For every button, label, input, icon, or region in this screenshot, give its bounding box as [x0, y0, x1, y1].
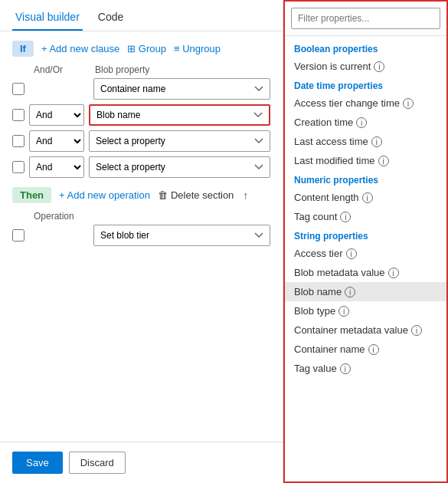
property-item-label: Blob metadata value: [294, 267, 385, 278]
clause-checkbox-1[interactable]: [12, 83, 25, 95]
blob-column-header: Blob property: [95, 64, 149, 75]
property-item[interactable]: Content lengthi: [285, 188, 446, 207]
property-item[interactable]: Version is currenti: [285, 57, 446, 76]
trash-icon: 🗑: [158, 189, 168, 201]
if-badge: If: [12, 41, 34, 57]
property-item[interactable]: Blob typei: [285, 301, 446, 320]
save-button[interactable]: Save: [12, 452, 63, 474]
andor-column-header: And/Or: [34, 64, 95, 75]
property-item-label: Access tier: [294, 248, 343, 259]
filter-properties-input[interactable]: [291, 8, 440, 29]
clause-checkbox-3[interactable]: [12, 135, 25, 147]
ungroup-button[interactable]: ≡ Ungroup: [174, 43, 221, 54]
property-item-label: Blob name: [294, 286, 342, 297]
clause-row: And Or Select a property: [12, 156, 270, 178]
operation-row: Set blob tier: [12, 225, 270, 246]
property-item[interactable]: Tag valuei: [285, 359, 446, 378]
tab-visual-builder[interactable]: Visual builder: [12, 6, 83, 31]
info-icon[interactable]: i: [374, 61, 384, 72]
info-icon[interactable]: i: [378, 156, 389, 166]
info-icon[interactable]: i: [368, 344, 379, 355]
discard-button[interactable]: Discard: [69, 452, 126, 474]
property-category: Numeric properties: [285, 170, 446, 188]
property-category: Date time properties: [285, 76, 446, 94]
property-item-label: Tag value: [294, 363, 337, 374]
andor-select-3[interactable]: And Or: [29, 130, 84, 152]
operation-column-header: Operation: [34, 211, 270, 222]
add-new-clause-button[interactable]: + Add new clause: [41, 43, 119, 54]
tab-code[interactable]: Code: [95, 6, 126, 31]
info-icon[interactable]: i: [362, 192, 373, 203]
operation-checkbox[interactable]: [12, 229, 25, 242]
group-button[interactable]: ⊞ Group: [127, 43, 166, 54]
property-item-label: Access tier change time: [294, 97, 400, 109]
clause-checkbox-4[interactable]: [12, 161, 25, 173]
info-icon[interactable]: i: [371, 136, 382, 147]
property-item[interactable]: Container metadata valuei: [285, 320, 446, 340]
info-icon[interactable]: i: [338, 306, 349, 317]
property-item[interactable]: Last modified timei: [285, 151, 446, 170]
section-divider: Then + Add new operation 🗑 Delete sectio…: [12, 187, 270, 246]
property-category: String properties: [285, 226, 446, 244]
property-item-label: Last modified time: [294, 155, 375, 166]
property-select-3[interactable]: Select a property: [89, 130, 270, 152]
property-category: Boolean properties: [285, 39, 446, 57]
operation-select[interactable]: Set blob tier: [93, 225, 270, 246]
property-item[interactable]: Container namei: [285, 340, 446, 359]
builder-content: If + Add new clause ⊞ Group ≡ Ungroup An…: [0, 31, 283, 442]
property-item[interactable]: Blob namei: [285, 282, 446, 301]
property-item[interactable]: Creation timei: [285, 113, 446, 132]
then-badge: Then: [12, 187, 51, 203]
property-item[interactable]: Access tier change timei: [285, 94, 446, 113]
operation-header-label: Operation: [34, 211, 74, 222]
properties-dropdown-panel: Boolean propertiesVersion is currentiDat…: [283, 0, 448, 483]
clause-row: And Or Blob name: [12, 104, 270, 126]
tabs-bar: Visual builder Code: [0, 0, 283, 31]
property-select-2[interactable]: Blob name: [89, 104, 270, 126]
clause-row: And Or Select a property: [12, 130, 270, 152]
property-select-4[interactable]: Select a property: [89, 156, 270, 178]
filter-input-wrap: [285, 2, 446, 36]
properties-list: Boolean propertiesVersion is currentiDat…: [285, 36, 446, 481]
clause-checkbox-2[interactable]: [12, 109, 25, 121]
property-item-label: Container name: [294, 343, 365, 355]
property-item-label: Last access time: [294, 136, 368, 147]
property-item-label: Container metadata value: [294, 324, 408, 336]
info-icon[interactable]: i: [340, 212, 351, 222]
up-arrow-icon: ↑: [243, 189, 248, 202]
property-item[interactable]: Blob metadata valuei: [285, 263, 446, 282]
property-item-label: Creation time: [294, 117, 353, 128]
clause-row: Container name: [12, 78, 270, 100]
if-section-header: If + Add new clause ⊞ Group ≡ Ungroup: [12, 41, 270, 57]
delete-section-button[interactable]: 🗑 Delete section: [158, 189, 234, 201]
property-select-1[interactable]: Container name: [93, 78, 270, 100]
property-item[interactable]: Last access timei: [285, 132, 446, 151]
then-section-header: Then + Add new operation 🗑 Delete sectio…: [12, 187, 270, 203]
main-panel: Visual builder Code If + Add new clause …: [0, 0, 283, 483]
info-icon[interactable]: i: [345, 287, 355, 297]
columns-header: And/Or Blob property: [12, 64, 270, 75]
property-item[interactable]: Access tieri: [285, 244, 446, 263]
info-icon[interactable]: i: [411, 325, 422, 336]
footer: Save Discard: [0, 442, 283, 483]
andor-select-4[interactable]: And Or: [29, 156, 84, 178]
add-new-operation-button[interactable]: + Add new operation: [59, 189, 150, 201]
property-item-label: Blob type: [294, 305, 335, 317]
property-item[interactable]: Tag counti: [285, 207, 446, 226]
property-item-label: Tag count: [294, 211, 337, 222]
property-item-label: Content length: [294, 192, 359, 203]
info-icon[interactable]: i: [340, 363, 351, 374]
info-icon[interactable]: i: [356, 117, 367, 128]
info-icon[interactable]: i: [346, 248, 357, 259]
property-item-label: Version is current: [294, 61, 371, 72]
info-icon[interactable]: i: [388, 268, 399, 278]
info-icon[interactable]: i: [403, 98, 414, 109]
andor-select-2[interactable]: And Or: [29, 104, 84, 126]
